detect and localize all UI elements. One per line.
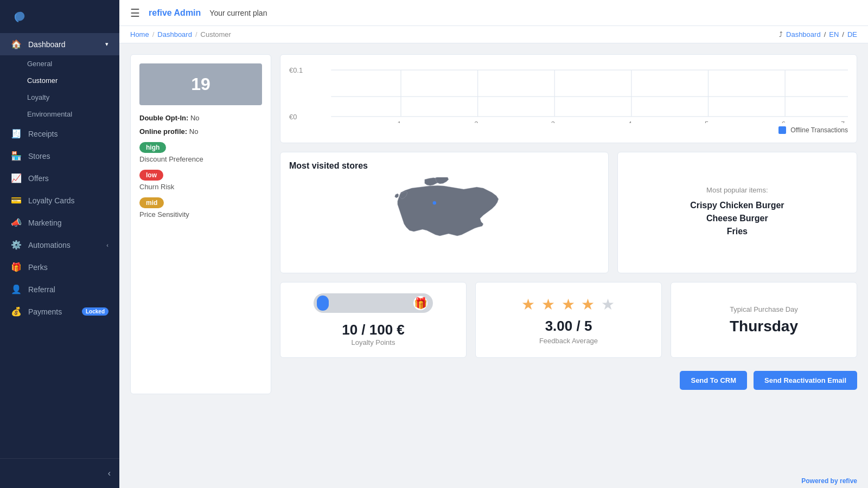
svg-text:€0.1: €0.1 <box>289 67 303 74</box>
sidebar-item-label: Marketing <box>28 219 108 227</box>
locked-badge: Locked <box>82 307 108 316</box>
feedback-label: Feedback Average <box>539 337 598 345</box>
breadcrumb-dashboard[interactable]: Dashboard <box>157 30 192 38</box>
gift-icon: 🎁 <box>412 295 429 311</box>
sidebar-item-automations[interactable]: ⚙️ Automations ‹ <box>0 234 119 256</box>
breadcrumb-right-icon: ⤴ <box>779 30 783 38</box>
purchase-day-label: Typical Purchase Day <box>730 305 798 313</box>
customer-number: 19 <box>139 63 262 105</box>
discount-preference-badge: high <box>139 142 166 153</box>
sidebar-logo <box>0 0 119 33</box>
sidebar-item-stores[interactable]: 🏪 Stores <box>0 145 119 167</box>
sidebar-item-payments[interactable]: 💰 Payments Locked <box>0 300 119 323</box>
dashboard-icon: 🏠 <box>11 39 22 49</box>
churn-risk-label: Churn Risk <box>139 183 262 191</box>
actions-row: Send To CRM Send Reactivation Email <box>280 367 857 394</box>
sidebar-item-offers[interactable]: 📈 Offers <box>0 167 119 189</box>
online-profile-row: Online profile: No <box>139 127 262 136</box>
sidebar-item-marketing[interactable]: 📣 Marketing <box>0 211 119 234</box>
lang-en[interactable]: EN <box>829 30 839 38</box>
sidebar-item-label: Payments <box>28 307 75 316</box>
sidebar-item-environmental[interactable]: Environmental <box>0 106 119 123</box>
star-2: ★ <box>541 296 556 313</box>
loyalty-progress-fill <box>317 296 329 311</box>
online-profile-value: No <box>189 127 199 136</box>
price-sensitivity-badge: mid <box>139 197 164 208</box>
sidebar-item-label: Referral <box>28 285 108 294</box>
most-visited-stores-card: Most visited stores <box>280 152 609 273</box>
svg-text:1: 1 <box>398 120 401 123</box>
chevron-down-icon: ▾ <box>105 41 108 48</box>
loyalty-cards-icon: 💳 <box>11 195 22 206</box>
double-opt-in-row: Double Opt-In: No <box>139 114 262 122</box>
map-popular-row: Most visited stores <box>280 152 857 273</box>
sidebar-item-referral[interactable]: 👤 Referral <box>0 278 119 300</box>
payments-icon: 💰 <box>11 306 22 317</box>
sidebar-item-label: Loyalty Cards <box>28 196 108 205</box>
breadcrumb-right-link[interactable]: Dashboard <box>786 30 821 38</box>
menu-toggle-button[interactable]: ☰ <box>130 7 140 20</box>
receipts-icon: 🧾 <box>11 129 22 139</box>
sidebar-item-perks[interactable]: 🎁 Perks <box>0 256 119 278</box>
svg-text:7: 7 <box>841 120 845 123</box>
right-content: €0.1 €0 1 2 3 <box>280 54 857 394</box>
popular-item-3: Fries <box>727 227 748 236</box>
sidebar-item-label: Stores <box>28 152 108 160</box>
sidebar-item-label: Automations <box>28 241 100 249</box>
popular-items-card: Most popular items: Crispy Chicken Burge… <box>617 152 857 273</box>
map-location-dot <box>433 201 436 204</box>
transaction-chart-card: €0.1 €0 1 2 3 <box>280 54 857 143</box>
topbar-plan: Your current plan <box>209 9 267 17</box>
collapse-sidebar-button[interactable]: ‹ <box>0 464 119 483</box>
main-content: ☰ refive Admin Your current plan Home / … <box>119 0 868 488</box>
churn-risk-badge: low <box>139 170 163 181</box>
feedback-stars: ★ ★ ★ ★ ★ <box>521 296 616 313</box>
page-content: 19 Double Opt-In: No Online profile: No … <box>119 43 868 474</box>
sidebar-item-general[interactable]: General <box>0 55 119 72</box>
popular-item-1: Crispy Chicken Burger <box>690 201 784 210</box>
svg-text:4: 4 <box>628 120 631 123</box>
sidebar-item-label: Receipts <box>28 130 108 138</box>
feedback-card: ★ ★ ★ ★ ★ 3.00 / 5 Feedback Average <box>475 282 662 358</box>
popular-item-2: Cheese Burger <box>706 214 768 223</box>
send-reactivation-email-button[interactable]: Send Reactivation Email <box>754 371 857 390</box>
sidebar-navigation: 🏠 Dashboard ▾ General Customer Loyalty E… <box>0 33 119 458</box>
star-1: ★ <box>521 296 536 313</box>
breadcrumb-home[interactable]: Home <box>130 30 149 38</box>
automations-icon: ⚙️ <box>11 240 22 250</box>
send-to-crm-button[interactable]: Send To CRM <box>680 371 747 390</box>
offers-icon: 📈 <box>11 173 22 183</box>
breadcrumb: Home / Dashboard / Customer <box>130 30 231 38</box>
feedback-value: 3.00 / 5 <box>545 318 592 335</box>
sidebar-item-receipts[interactable]: 🧾 Receipts <box>0 123 119 145</box>
sidebar: 🏠 Dashboard ▾ General Customer Loyalty E… <box>0 0 119 488</box>
svg-text:6: 6 <box>782 120 786 123</box>
sidebar-item-label: Offers <box>28 174 108 183</box>
perks-icon: 🎁 <box>11 262 22 272</box>
stores-icon: 🏪 <box>11 151 22 161</box>
svg-text:€0: €0 <box>289 113 297 121</box>
sidebar-item-loyalty[interactable]: Loyalty <box>0 89 119 106</box>
sidebar-item-dashboard[interactable]: 🏠 Dashboard ▾ <box>0 33 119 55</box>
purchase-day-card: Typical Purchase Day Thursday <box>671 282 857 358</box>
lang-de[interactable]: DE <box>847 30 857 38</box>
breadcrumb-current: Customer <box>201 30 231 38</box>
popular-items-label: Most popular items: <box>706 186 768 194</box>
sidebar-item-customer[interactable]: Customer <box>0 72 119 89</box>
breadcrumb-bar: Home / Dashboard / Customer ⤴ Dashboard … <box>119 26 868 43</box>
loyalty-points-label: Loyalty Points <box>352 338 395 346</box>
sidebar-bottom: ‹ <box>0 458 119 488</box>
lang-separator: / <box>824 30 826 38</box>
topbar: ☰ refive Admin Your current plan <box>119 0 868 26</box>
referral-icon: 👤 <box>11 284 22 294</box>
map-title: Most visited stores <box>289 161 599 171</box>
chart-legend: Offline Transactions <box>289 126 848 134</box>
sidebar-item-loyalty-cards[interactable]: 💳 Loyalty Cards <box>0 189 119 211</box>
lang-separator2: / <box>842 30 844 38</box>
svg-text:2: 2 <box>474 120 478 123</box>
marketing-icon: 📣 <box>11 217 22 228</box>
discount-preference-label: Discount Preference <box>139 155 262 163</box>
online-profile-label: Online profile: <box>139 127 187 136</box>
topbar-brand: refive Admin <box>149 8 201 18</box>
double-opt-in-label: Double Opt-In: <box>139 114 188 122</box>
